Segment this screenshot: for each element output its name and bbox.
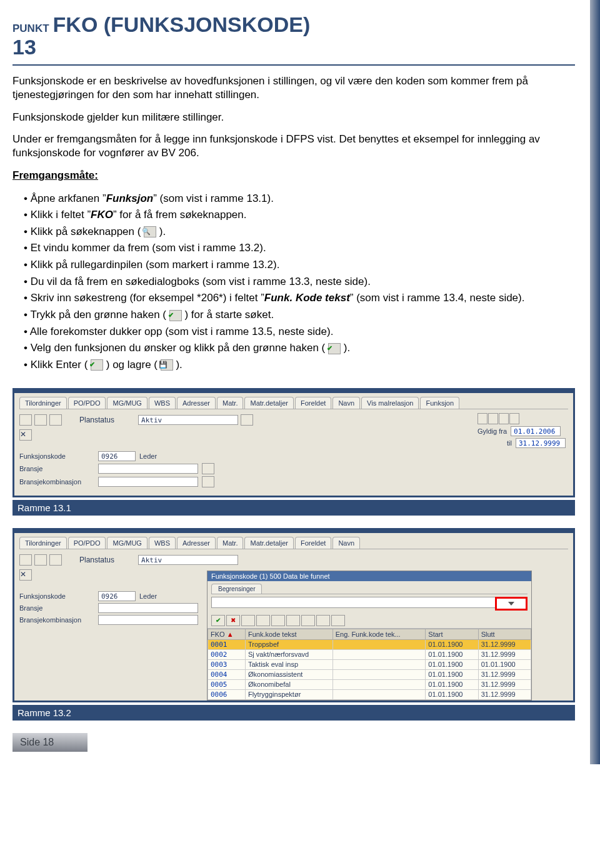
tab-tilordninger[interactable]: Tilordninger [19, 537, 67, 549]
tab-navn[interactable]: Navn [332, 397, 360, 409]
table-cell: 01.01.1900 [426, 669, 478, 679]
nav-next-icon[interactable] [499, 413, 509, 424]
planstatus-input[interactable]: Aktiv [138, 555, 238, 565]
toolbar-button[interactable] [331, 615, 345, 626]
bransje-label: Bransje [19, 465, 94, 472]
highlighted-dropdown[interactable] [495, 597, 528, 611]
tab-foreldet[interactable]: Foreldet [295, 537, 331, 549]
toolbar-button[interactable] [19, 414, 32, 426]
bransje-label: Bransje [19, 604, 94, 612]
toolbar-button[interactable] [49, 414, 62, 426]
til-label: til [478, 439, 512, 447]
date-block: Gyldig fra 01.01.2006 til 31.12.9999 [478, 413, 566, 450]
table-cell: 0002 [208, 649, 246, 659]
toolbar-button[interactable] [286, 615, 300, 626]
accept-button[interactable]: ✔ [211, 615, 225, 626]
tab-matr-detaljer[interactable]: Matr.detaljer [244, 397, 294, 409]
table-cell [332, 649, 426, 659]
dropdown-button[interactable] [241, 414, 253, 426]
table-cell [332, 659, 426, 669]
table-cell: 0005 [208, 679, 246, 689]
table-row[interactable]: 0002Sj vakt/nærforsvavd01.01.190031.12.9… [208, 649, 531, 659]
tab-mg-mug[interactable]: MG/MUG [107, 397, 147, 409]
tab-po-pdo[interactable]: PO/PDO [68, 397, 106, 409]
column-header[interactable]: Eng. Funk.kode tek... [332, 629, 426, 639]
intro-para-3: Under er fremgangsmåten for å legge inn … [12, 132, 575, 160]
close-button[interactable]: ✕ [19, 429, 32, 441]
table-cell: 01.01.1900 [426, 689, 478, 699]
b10-tail: ). [341, 342, 350, 354]
tab-vis-malrelasjon[interactable]: Vis malrelasjon [361, 397, 419, 409]
close-button[interactable]: ✕ [19, 569, 32, 581]
tab-adresser[interactable]: Adresser [177, 537, 216, 549]
planstatus-input[interactable]: Aktiv [138, 415, 238, 425]
toolbar-button[interactable] [19, 554, 32, 566]
b11-text: Klikk Enter ( [31, 359, 91, 371]
tab-tilordninger[interactable]: Tilordninger [19, 397, 67, 409]
gyldig-fra-input[interactable]: 01.01.2006 [511, 426, 561, 436]
column-header[interactable]: Slutt [478, 629, 531, 639]
tab-mg-mug[interactable]: MG/MUG [107, 537, 147, 549]
table-row[interactable]: 0001Troppsbef01.01.190031.12.9999 [208, 639, 531, 649]
frame-13-2: TilordningerPO/PDOMG/MUGWBSAdresserMatr.… [12, 528, 575, 702]
tab-wbs[interactable]: WBS [149, 537, 176, 549]
tab-matr-[interactable]: Matr. [217, 397, 243, 409]
tabs-row-2: TilordningerPO/PDOMG/MUGWBSAdresserMatr.… [19, 537, 568, 549]
b9-text: Alle forekomster dukker opp (som vist i … [30, 326, 334, 337]
tab-funksjon[interactable]: Funksjon [420, 397, 459, 409]
table-cell [332, 679, 426, 689]
tab-navn[interactable]: Navn [332, 537, 360, 549]
tab-matr-detaljer[interactable]: Matr.detaljer [244, 537, 294, 549]
fko-code-input[interactable]: 0926 [98, 451, 136, 461]
popup-search-input[interactable] [211, 597, 496, 608]
nav-prev-icon[interactable] [488, 413, 498, 424]
b11-mid: ) og lagre ( [103, 359, 161, 371]
bransje-input[interactable] [98, 464, 198, 474]
table-cell: 01.01.1900 [478, 659, 531, 669]
dropdown-button[interactable] [202, 476, 214, 487]
b3-tail: ). [156, 226, 166, 237]
cancel-button[interactable]: ✖ [226, 615, 240, 626]
table-row[interactable]: 0003Taktisk eval insp01.01.190001.01.190… [208, 659, 531, 669]
table-row[interactable]: 0005Økonomibefal01.01.190031.12.9999 [208, 679, 531, 689]
page-right-stripe [590, 0, 600, 764]
toolbar-button[interactable] [34, 414, 47, 426]
table-row[interactable]: 0004Økonomiassistent01.01.190031.12.9999 [208, 669, 531, 679]
til-input[interactable]: 31.12.9999 [516, 438, 566, 448]
tabs-row-1: TilordningerPO/PDOMG/MUGWBSAdresserMatr.… [19, 397, 568, 409]
toolbar-button[interactable] [256, 615, 270, 626]
fko-code-input[interactable]: 0926 [98, 591, 136, 601]
bransjekomb-input[interactable] [98, 615, 198, 625]
tab-adresser[interactable]: Adresser [177, 397, 216, 409]
nav-first-icon[interactable] [478, 413, 488, 424]
save-icon: 💾 [161, 359, 173, 371]
check-icon: ✔ [328, 343, 341, 354]
toolbar-button[interactable] [49, 554, 62, 566]
toolbar-button[interactable] [301, 615, 315, 626]
tab-matr-[interactable]: Matr. [217, 537, 243, 549]
bransje-input[interactable] [98, 603, 198, 613]
fremgang-heading: Fremgangsmåte: [12, 169, 98, 181]
column-header[interactable]: FKO ▲ [208, 629, 246, 639]
table-row[interactable]: 0006Flytrygginspektør01.01.190031.12.999… [208, 689, 531, 699]
b7-term: Funk. Kode tekst [264, 292, 350, 304]
frame-caption-1: Ramme 13.1 [12, 500, 575, 516]
fko-text: Leder [139, 592, 157, 600]
frame-caption-2: Ramme 13.2 [12, 705, 575, 721]
toolbar-button[interactable] [316, 615, 330, 626]
toolbar-button[interactable] [34, 554, 47, 566]
popup-tab[interactable]: Begrensinger [211, 584, 262, 594]
toolbar-button[interactable] [271, 615, 285, 626]
tab-wbs[interactable]: WBS [149, 397, 176, 409]
column-header[interactable]: Funk.kode tekst [245, 629, 332, 639]
tab-foreldet[interactable]: Foreldet [295, 397, 331, 409]
bransjekomb-input[interactable] [98, 477, 198, 487]
b2-tail: ” for å få frem søkeknappen. [113, 209, 247, 221]
toolbar-button[interactable] [241, 615, 255, 626]
b8-text: Trykk på den grønne haken ( [30, 309, 169, 321]
table-cell: 31.12.9999 [478, 679, 531, 689]
dropdown-button[interactable] [202, 463, 214, 474]
column-header[interactable]: Start [426, 629, 478, 639]
tab-po-pdo[interactable]: PO/PDO [68, 537, 106, 549]
nav-last-icon[interactable] [509, 413, 519, 424]
